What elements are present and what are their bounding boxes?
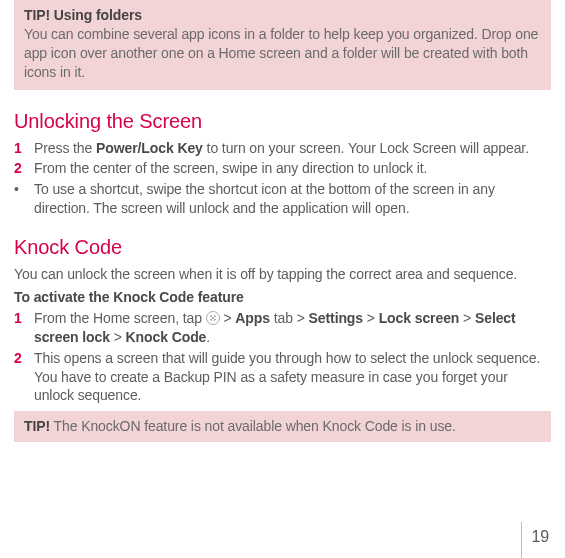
tip-body: The KnockON feature is not available whe… — [50, 418, 456, 434]
step-text: This opens a screen that will guide you … — [34, 349, 551, 406]
page-number: 19 — [531, 526, 549, 548]
text-fragment: to turn on your screen. Your Lock Screen… — [203, 140, 529, 156]
text-fragment: Press the — [34, 140, 96, 156]
lock-screen-label: Lock screen — [379, 310, 460, 326]
step-text: From the center of the screen, swipe in … — [34, 159, 551, 178]
step-text: Press the Power/Lock Key to turn on your… — [34, 139, 551, 158]
knock-list: 1 From the Home screen, tap > Apps tab >… — [14, 309, 551, 405]
bullet-marker: • — [14, 180, 28, 218]
knock-code-label: Knock Code — [126, 329, 207, 345]
text-fragment: From the Home screen, tap — [34, 310, 206, 326]
text-fragment: . — [206, 329, 210, 345]
list-item: 1 Press the Power/Lock Key to turn on yo… — [14, 139, 551, 158]
text-fragment: > — [220, 310, 236, 326]
tip-box-folders: TIP! Using folders You can combine sever… — [14, 0, 551, 90]
step-number: 2 — [14, 159, 28, 178]
apps-label: Apps — [235, 310, 270, 326]
settings-label: Settings — [309, 310, 363, 326]
list-item: 2 This opens a screen that will guide yo… — [14, 349, 551, 406]
list-item: 1 From the Home screen, tap > Apps tab >… — [14, 309, 551, 347]
step-text: From the Home screen, tap > Apps tab > S… — [34, 309, 551, 347]
heading-knock-code: Knock Code — [14, 234, 551, 261]
knock-subhead: To activate the Knock Code feature — [14, 288, 551, 307]
list-item: • To use a shortcut, swipe the shortcut … — [14, 180, 551, 218]
step-number: 2 — [14, 349, 28, 406]
text-fragment: tab > — [270, 310, 309, 326]
list-item: 2 From the center of the screen, swipe i… — [14, 159, 551, 178]
step-number: 1 — [14, 139, 28, 158]
knock-intro: You can unlock the screen when it is off… — [14, 265, 551, 284]
text-fragment: > — [363, 310, 379, 326]
tip-box-knockon: TIP! The KnockON feature is not availabl… — [14, 411, 551, 442]
tip-title: TIP! Using folders — [24, 6, 541, 25]
text-fragment: > — [110, 329, 126, 345]
step-number: 1 — [14, 309, 28, 347]
tip-title: TIP! — [24, 418, 50, 434]
text-fragment: > — [459, 310, 475, 326]
tip-body: You can combine several app icons in a f… — [24, 25, 541, 82]
step-text: To use a shortcut, swipe the shortcut ic… — [34, 180, 551, 218]
power-lock-key-label: Power/Lock Key — [96, 140, 203, 156]
apps-icon — [206, 311, 220, 325]
unlocking-list: 1 Press the Power/Lock Key to turn on yo… — [14, 139, 551, 219]
heading-unlocking: Unlocking the Screen — [14, 108, 551, 135]
